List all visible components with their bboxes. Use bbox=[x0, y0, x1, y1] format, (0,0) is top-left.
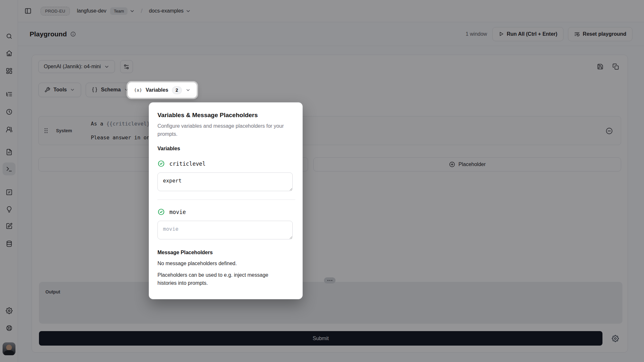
placeholders-hint-text: Placeholders can be used to e.g. inject … bbox=[157, 271, 286, 287]
chevron-down-icon bbox=[185, 88, 191, 93]
circle-check-icon bbox=[157, 160, 165, 167]
variables-count-badge: 2 bbox=[172, 86, 182, 94]
circle-check-icon bbox=[157, 208, 165, 216]
variable-value-input[interactable]: expert bbox=[157, 172, 293, 191]
divider bbox=[157, 200, 295, 200]
placeholders-heading: Message Placeholders bbox=[157, 250, 294, 255]
popover-description: Configure variables and message placehol… bbox=[157, 122, 286, 138]
variables-dropdown[interactable]: (x) Variables 2 bbox=[128, 82, 197, 98]
variable-item: movie bbox=[157, 208, 294, 216]
variable-name: criticlevel bbox=[169, 161, 206, 167]
variable-name: movie bbox=[169, 209, 186, 215]
variables-heading: Variables bbox=[157, 146, 294, 152]
placeholders-empty-text: No message placeholders defined. bbox=[157, 261, 294, 266]
variable-value-input[interactable] bbox=[157, 221, 293, 239]
modal-overlay[interactable] bbox=[0, 0, 644, 362]
function-variable-icon: (x) bbox=[134, 88, 142, 93]
variables-popover: Variables & Message Placeholders Configu… bbox=[149, 102, 303, 299]
variable-item: criticlevel bbox=[157, 160, 294, 167]
popover-title: Variables & Message Placeholders bbox=[157, 112, 294, 119]
